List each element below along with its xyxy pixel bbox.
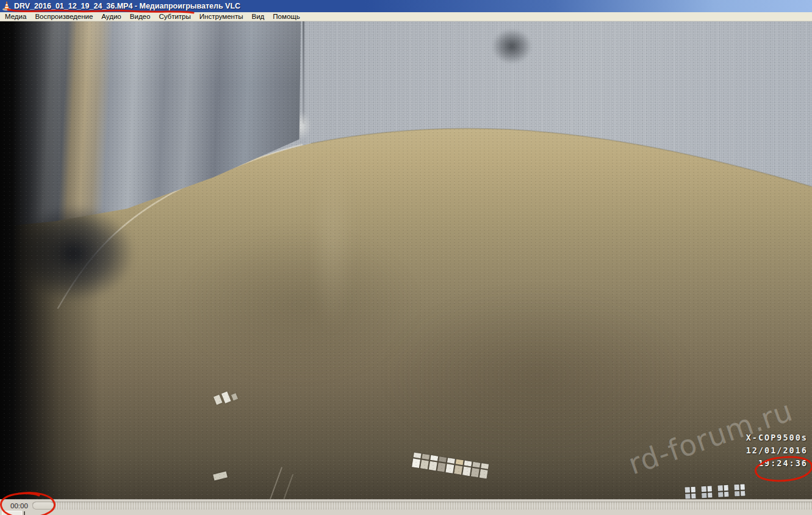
vlc-window: DRV_2016_01_12_19_24_36.MP4 - Медиапроиг… — [0, 0, 812, 515]
dvr-date: 12/01/2016 — [746, 444, 808, 457]
menubar: Медиа Воспроизведение Аудио Видео Субтит… — [0, 12, 812, 21]
window-title: DRV_2016_01_12_19_24_36.MP4 - Медиапроиг… — [14, 2, 240, 10]
menu-item-media[interactable]: Медиа — [0, 12, 31, 21]
menu-item-video[interactable]: Видео — [126, 12, 155, 21]
button-edge-mark — [24, 511, 25, 515]
vlc-cone-icon[interactable] — [2, 1, 12, 11]
menu-item-playback[interactable]: Воспроизведение — [31, 12, 97, 21]
menu-item-view[interactable]: Вид — [248, 12, 269, 21]
dvr-time: 19:24:36 — [746, 457, 808, 470]
menu-item-tools[interactable]: Инструменты — [195, 12, 248, 21]
dvr-model: X-COP9500s — [746, 431, 808, 444]
dvr-timestamp-overlay: X-COP9500s 12/01/2016 19:24:36 — [746, 431, 808, 470]
menu-item-subtitles[interactable]: Субтитры — [154, 12, 195, 21]
menu-item-help[interactable]: Помощь — [268, 12, 304, 21]
seek-bar[interactable] — [32, 502, 812, 510]
titlebar[interactable]: DRV_2016_01_12_19_24_36.MP4 - Медиапроиг… — [0, 0, 812, 12]
seek-handle[interactable] — [32, 502, 54, 510]
controlbar: 00:00 — [0, 499, 812, 515]
menu-item-audio[interactable]: Аудио — [97, 12, 125, 21]
play-button-partial[interactable] — [2, 511, 22, 515]
elapsed-time-label: 00:00 — [10, 502, 28, 510]
video-frame[interactable]: rd-forum.ru X-COP9500s 12/01/2016 19:24:… — [0, 21, 812, 499]
